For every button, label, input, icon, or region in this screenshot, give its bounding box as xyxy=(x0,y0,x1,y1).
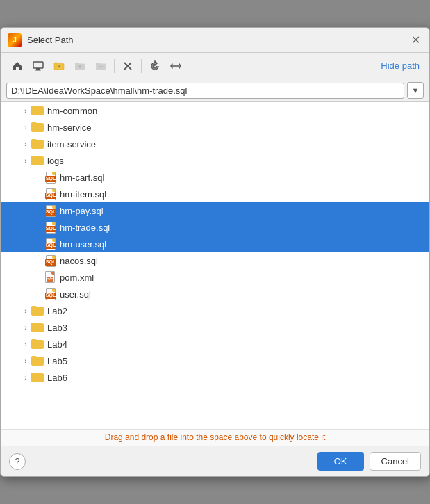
folder-icon xyxy=(31,122,44,132)
folder-icon xyxy=(31,139,44,149)
select-path-dialog: J Select Path ✕ + xyxy=(0,27,430,477)
drag-hint: Drag and drop a file into the space abov… xyxy=(1,429,429,446)
app-icon: J xyxy=(8,33,22,47)
sql-icon: SQL xyxy=(45,254,56,267)
tree-item-hm-cart-sql[interactable]: SQL hm-cart.sql xyxy=(1,169,429,186)
folder-icon xyxy=(31,373,44,382)
close-button[interactable]: ✕ xyxy=(408,33,422,47)
tree-item-lab2[interactable]: › Lab2 xyxy=(1,302,429,319)
home-button[interactable] xyxy=(8,56,27,76)
sql-icon: SQL xyxy=(45,204,56,217)
delete-button[interactable] xyxy=(118,56,138,76)
title-bar: J Select Path ✕ xyxy=(1,28,429,53)
svg-rect-2 xyxy=(35,70,41,71)
toolbar-divider-2 xyxy=(141,59,142,73)
item-label: Lab3 xyxy=(47,323,67,333)
tree-item-lab6[interactable]: › Lab6 xyxy=(1,369,429,386)
toolbar-left: + xyxy=(8,56,185,76)
title-bar-left: J Select Path xyxy=(8,33,74,47)
sql-icon: SQL xyxy=(45,238,56,250)
item-label: hm-common xyxy=(47,106,97,116)
tree-item-hm-service[interactable]: › hm-service xyxy=(1,119,429,136)
path-dropdown-button[interactable]: ▼ xyxy=(407,82,424,99)
footer: ? OK Cancel xyxy=(1,446,429,476)
tree-item-pom-xml[interactable]: </> pom.xml xyxy=(1,269,429,286)
item-label: hm-pay.sql xyxy=(60,206,104,216)
sql-icon: SQL xyxy=(45,221,56,234)
folder-icon xyxy=(31,306,44,316)
jump-button[interactable] xyxy=(166,56,185,76)
svg-text:+: + xyxy=(58,63,60,68)
chevron-icon: › xyxy=(20,105,31,116)
ok-button[interactable]: OK xyxy=(317,452,364,471)
folder-icon xyxy=(31,106,44,115)
svg-rect-0 xyxy=(33,62,43,68)
toolbar-divider-1 xyxy=(114,59,115,73)
help-button[interactable]: ? xyxy=(9,453,26,470)
chevron-icon: › xyxy=(20,122,31,133)
chevron-icon: › xyxy=(20,138,31,149)
cancel-button[interactable]: Cancel xyxy=(370,452,421,471)
item-label: Lab2 xyxy=(47,306,67,316)
toolbar: + Hide path xyxy=(1,53,429,79)
tree-item-hm-item-sql[interactable]: SQL hm-item.sql xyxy=(1,186,429,202)
item-label: user.sql xyxy=(60,289,91,300)
item-label: hm-service xyxy=(47,122,92,133)
item-label: item-service xyxy=(47,139,96,149)
tree-item-item-service[interactable]: › item-service xyxy=(1,136,429,152)
tree-item-user-sql[interactable]: SQL user.sql xyxy=(1,286,429,302)
sql-icon: SQL xyxy=(45,288,56,300)
hide-path-button[interactable]: Hide path xyxy=(378,59,422,72)
item-label: pom.xml xyxy=(60,273,94,283)
chevron-icon: › xyxy=(20,339,31,350)
chevron-icon: › xyxy=(20,155,31,166)
item-label: Lab6 xyxy=(47,373,67,383)
tree-item-hm-trade-sql[interactable]: SQL hm-trade.sql xyxy=(1,219,429,236)
chevron-icon: › xyxy=(20,322,31,333)
dialog-title: Select Path xyxy=(27,35,74,45)
item-label: hm-cart.sql xyxy=(60,172,104,183)
tree-item-lab3[interactable]: › Lab3 xyxy=(1,319,429,336)
folder-icon xyxy=(31,156,44,165)
folder-icon xyxy=(31,323,44,332)
parent-folder-button[interactable] xyxy=(70,56,90,76)
tree-item-logs[interactable]: › logs xyxy=(1,152,429,169)
item-label: Lab4 xyxy=(47,339,67,350)
folder-icon xyxy=(31,356,44,366)
tree-item-lab5[interactable]: › Lab5 xyxy=(1,352,429,369)
tree-item-hm-user-sql[interactable]: SQL hm-user.sql xyxy=(1,236,429,252)
tree-item-hm-pay-sql[interactable]: SQL hm-pay.sql xyxy=(1,202,429,219)
item-label: Lab5 xyxy=(47,356,67,366)
sql-icon: SQL xyxy=(45,171,56,184)
path-input[interactable] xyxy=(6,83,404,99)
tree-item-nacos-sql[interactable]: SQL nacos.sql xyxy=(1,252,429,269)
computer-button[interactable] xyxy=(28,56,48,76)
new-folder-button[interactable]: + xyxy=(49,56,69,76)
item-label: hm-item.sql xyxy=(60,189,106,200)
chevron-icon: › xyxy=(20,355,31,366)
tree-item-lab4[interactable]: › Lab4 xyxy=(1,336,429,352)
xml-icon: </> xyxy=(45,271,56,284)
item-label: hm-trade.sql xyxy=(60,222,110,233)
refresh-button[interactable] xyxy=(145,56,165,76)
sql-icon: SQL xyxy=(45,188,56,200)
svg-rect-1 xyxy=(36,68,40,70)
item-label: logs xyxy=(47,156,64,166)
path-bar: ▼ xyxy=(1,79,429,102)
folder-icon xyxy=(31,339,44,349)
collapse-button[interactable] xyxy=(91,56,110,76)
tree-item-hm-common[interactable]: › hm-common xyxy=(1,102,429,119)
chevron-icon: › xyxy=(20,372,31,383)
item-label: nacos.sql xyxy=(60,256,98,266)
file-tree[interactable]: › hm-common › hm-service › item-service … xyxy=(1,102,429,429)
chevron-icon: › xyxy=(20,305,31,316)
footer-buttons: OK Cancel xyxy=(317,452,421,471)
item-label: hm-user.sql xyxy=(60,239,106,250)
